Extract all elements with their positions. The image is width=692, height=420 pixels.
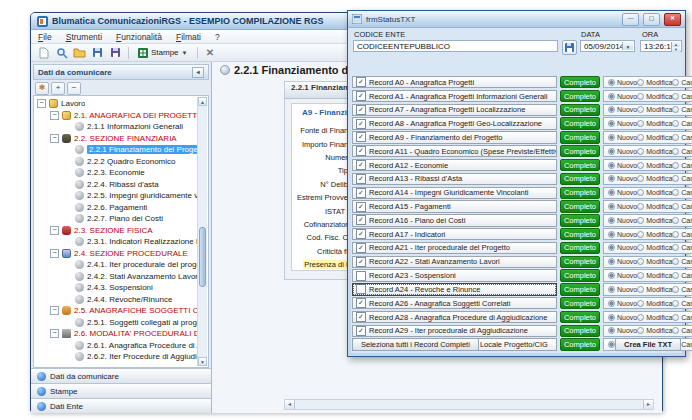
mode-radio-modifica[interactable]: Modifica — [637, 217, 672, 224]
mode-radio-nuovo[interactable]: Nuovo — [608, 148, 637, 155]
record-status-button[interactable]: Completo — [560, 104, 600, 116]
record-status-button[interactable]: Completo — [560, 269, 600, 281]
accordion-item[interactable]: Dati Ente — [31, 398, 211, 413]
mode-radio-nuovo[interactable]: Nuovo — [608, 314, 637, 321]
mode-radio-modifica[interactable]: Modifica — [637, 258, 672, 265]
mode-radio-cancella[interactable]: Cancella — [672, 120, 692, 127]
record-checkbox[interactable]: ✓ — [356, 105, 366, 115]
record-status-button[interactable]: Completo — [560, 297, 600, 309]
record-checkbox[interactable]: ✓ — [356, 326, 366, 336]
record-checkbox[interactable]: ✓ — [356, 243, 366, 253]
record-checkbox[interactable]: ✓ — [356, 146, 366, 156]
record-status-button[interactable]: Completo — [560, 117, 600, 129]
tree-item[interactable]: 2.3.1. Indicatori Realizzazione Fisica — [37, 236, 197, 248]
tree-item[interactable]: 2.5.1. Soggetti collegati ai progetti — [37, 317, 197, 329]
accordion-item[interactable]: Stampe — [31, 383, 211, 398]
mode-radio-cancella[interactable]: Cancella — [672, 272, 692, 279]
menu-funzionalita[interactable]: Funzionalità — [109, 32, 169, 42]
tree-item[interactable]: −2.2. SEZIONE FINANZIARIA — [37, 133, 197, 145]
pin-button[interactable]: ◂ — [192, 67, 204, 78]
tree-item[interactable]: 2.2.3. Economie — [37, 167, 197, 179]
record-checkbox[interactable]: ✓ — [356, 160, 366, 170]
record-status-button[interactable]: Completo — [560, 90, 600, 102]
mode-radio-nuovo[interactable]: Nuovo — [608, 93, 637, 100]
record-status-button[interactable]: Completo — [560, 173, 600, 185]
mode-radio-modifica[interactable]: Modifica — [637, 120, 672, 127]
tree-item[interactable]: 2.4.1. Iter procedurale del progetto — [37, 259, 197, 271]
mode-radio-nuovo[interactable]: Nuovo — [608, 79, 637, 86]
record-checkbox[interactable] — [356, 284, 366, 294]
record-label-box[interactable]: Record A23 - Sospensioni — [352, 269, 557, 281]
record-checkbox[interactable]: ✓ — [356, 215, 366, 225]
tree-item[interactable]: 2.2.5. Impegni giuridicamente vincolanti — [37, 190, 197, 202]
horizontal-scrollbar[interactable]: ◄ ► — [284, 399, 654, 410]
mode-radio-modifica[interactable]: Modifica — [637, 106, 672, 113]
mode-radio-modifica[interactable]: Modifica — [637, 244, 672, 251]
mode-radio-nuovo[interactable]: Nuovo — [608, 244, 637, 251]
tree-item[interactable]: 2.4.2. Stati Avanzamento Lavori — [37, 271, 197, 283]
menu-strumenti[interactable]: Strumenti — [59, 32, 109, 42]
tree-item[interactable]: 2.4.3. Sospensioni — [37, 282, 197, 294]
tree-item[interactable]: −2.1. ANAGRAFICA DEI PROGETTI — [37, 110, 197, 122]
new-document-icon[interactable] — [36, 46, 51, 60]
scroll-left-icon[interactable]: ◄ — [285, 400, 295, 409]
collapse-all-button[interactable]: − — [67, 82, 81, 95]
scroll-down-icon[interactable]: ▼ — [198, 357, 207, 366]
menu-filmati[interactable]: Filmati — [169, 32, 208, 42]
record-status-button[interactable]: Completo — [560, 187, 600, 199]
mode-radio-cancella[interactable]: Cancella — [672, 286, 692, 293]
tree-item[interactable]: 2.4.4. Revoche/Rinunce — [37, 294, 197, 306]
mode-radio-nuovo[interactable]: Nuovo — [608, 175, 637, 182]
record-status-button[interactable]: Completo — [560, 145, 600, 157]
tree-item[interactable]: 2.2.1 Finanziamento del Progetto — [37, 144, 197, 156]
minimize-button[interactable]: — — [622, 13, 639, 26]
mode-radio-modifica[interactable]: Modifica — [637, 134, 672, 141]
record-label-box[interactable]: ✓Record A12 - Economie — [352, 159, 557, 171]
record-status-button[interactable]: Completo — [560, 214, 600, 226]
record-label-box[interactable]: ✓Record A17 - Indicatori — [352, 228, 557, 240]
record-checkbox[interactable]: ✓ — [356, 119, 366, 129]
record-label-box[interactable]: ✓Record A0 - Anagrafica Progetti — [352, 76, 557, 88]
mode-radio-modifica[interactable]: Modifica — [637, 203, 672, 210]
record-checkbox[interactable]: ✓ — [356, 202, 366, 212]
mode-radio-nuovo[interactable]: Nuovo — [608, 286, 637, 293]
record-status-button[interactable]: Completo — [560, 159, 600, 171]
mode-radio-cancella[interactable]: Cancella — [672, 162, 692, 169]
record-checkbox[interactable]: ✓ — [356, 188, 366, 198]
mode-radio-nuovo[interactable]: Nuovo — [608, 327, 637, 334]
record-label-box[interactable]: ✓Record A22 - Stati Avanzamento Lavori — [352, 256, 557, 268]
tree-item[interactable]: 2.2.4. Ribassi d'asta — [37, 179, 197, 191]
mode-radio-modifica[interactable]: Modifica — [637, 272, 672, 279]
record-status-button[interactable]: Completo — [560, 325, 600, 337]
record-status-button[interactable]: Completo — [560, 76, 600, 88]
collapse-icon[interactable]: − — [50, 226, 59, 235]
mode-radio-nuovo[interactable]: Nuovo — [608, 106, 637, 113]
record-checkbox[interactable]: ✓ — [356, 298, 366, 308]
mode-radio-cancella[interactable]: Cancella — [672, 327, 692, 334]
tree-item[interactable]: 2.1.1 Informazioni Generali — [37, 121, 197, 133]
mode-radio-nuovo[interactable]: Nuovo — [608, 272, 637, 279]
record-checkbox[interactable]: ✓ — [356, 132, 366, 142]
record-label-box[interactable]: ✓Record A21 - Iter procedurale del Proge… — [352, 242, 557, 254]
record-label-box[interactable]: ✓Record A1 - Anagrafica Progetti Informa… — [352, 90, 557, 102]
maximize-button[interactable]: ▢ — [643, 13, 660, 26]
mode-radio-modifica[interactable]: Modifica — [637, 300, 672, 307]
stampe-button[interactable]: Stampe ▼ — [134, 46, 192, 60]
collapse-icon[interactable]: − — [37, 99, 46, 108]
mode-radio-modifica[interactable]: Modifica — [637, 175, 672, 182]
tree-item[interactable]: 2.6.2. Iter Procedure di Aggiudicazione — [37, 351, 197, 363]
tree-item[interactable]: 2.6.1. Anagrafica Procedure di Aggiudica… — [37, 340, 197, 352]
mode-radio-nuovo[interactable]: Nuovo — [608, 217, 637, 224]
record-checkbox[interactable]: ✓ — [356, 91, 366, 101]
accordion-item[interactable]: Dati da comunicare — [31, 368, 211, 383]
mode-radio-cancella[interactable]: Cancella — [672, 258, 692, 265]
record-label-box[interactable]: ✓Record A16 - Piano dei Costi — [352, 214, 557, 226]
record-label-box[interactable]: ✓Record A26 - Anagrafica Soggetti Correl… — [352, 297, 557, 309]
tree-scrollbar[interactable]: ▲ ▼ — [197, 97, 207, 366]
tools-icon[interactable]: ✕ — [203, 46, 218, 60]
mode-radio-cancella[interactable]: Cancella — [672, 300, 692, 307]
record-label-box[interactable]: ✓Record A14 - Impegni Giuridicamente Vin… — [352, 187, 557, 199]
mode-radio-nuovo[interactable]: Nuovo — [608, 189, 637, 196]
record-checkbox[interactable]: ✓ — [356, 174, 366, 184]
mode-radio-cancella[interactable]: Cancella — [672, 93, 692, 100]
